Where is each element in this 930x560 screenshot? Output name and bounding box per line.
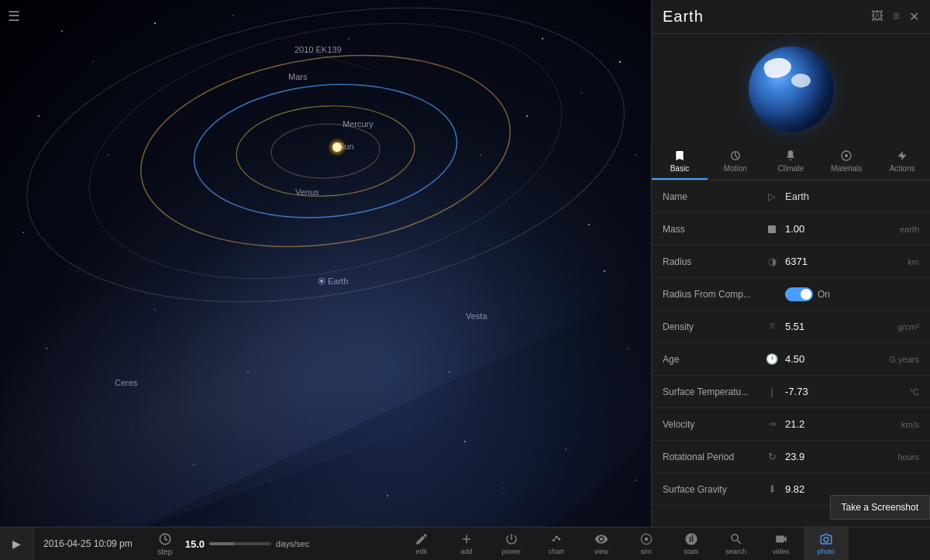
svg-point-7 xyxy=(580,92,581,93)
svg-point-31 xyxy=(154,309,155,310)
prop-surface-temp: Surface Temperatu... | -7.73 °C xyxy=(652,376,930,408)
tab-basic[interactable]: Basic xyxy=(652,144,708,180)
age-icon: 🕐 xyxy=(763,353,780,365)
space-view: 2010 EK139 Mars Mercury Sun Venus Earth … xyxy=(0,0,651,527)
earth-sphere xyxy=(749,46,834,132)
svg-point-34 xyxy=(129,33,523,269)
svg-point-19 xyxy=(270,479,271,480)
time-slider[interactable] xyxy=(209,542,271,545)
label-vesta: Vesta xyxy=(466,311,487,321)
prop-name: Name ▷ Earth xyxy=(652,180,930,213)
tab-actions[interactable]: Actions xyxy=(874,144,930,180)
orbits-canvas xyxy=(0,0,651,527)
list-icon[interactable]: ≡ xyxy=(893,9,900,24)
svg-point-24 xyxy=(348,38,350,40)
svg-point-22 xyxy=(635,479,636,481)
prop-rotational-period: Rotational Period ↻ 23.9 hours xyxy=(652,441,930,473)
panel-header-icons: 🖼 ≡ ✕ xyxy=(871,9,919,24)
svg-point-40 xyxy=(332,143,342,152)
svg-point-6 xyxy=(542,38,543,40)
density-icon: ⠿ xyxy=(763,322,780,331)
tool-sim[interactable]: sim xyxy=(624,527,669,561)
svg-point-0 xyxy=(0,124,651,527)
earth-thumbnail xyxy=(652,34,930,144)
photo-icon xyxy=(819,532,833,546)
prop-velocity: Velocity ⇒ 21.2 km/s xyxy=(652,408,930,441)
tool-stats[interactable]: stats xyxy=(669,527,714,561)
svg-point-20 xyxy=(387,495,388,496)
svg-point-37 xyxy=(270,122,381,180)
tool-view[interactable]: view xyxy=(579,527,624,561)
svg-point-9 xyxy=(635,154,636,155)
svg-point-27 xyxy=(480,154,480,155)
tool-chart[interactable]: chart xyxy=(534,527,579,561)
tool-search[interactable]: search xyxy=(714,527,759,561)
svg-point-29 xyxy=(309,417,310,418)
svg-point-5 xyxy=(38,115,40,117)
properties-list: Name ▷ Earth Mass 1.00 earth Radius ◑ 63… xyxy=(652,180,930,527)
tool-power[interactable]: power xyxy=(489,527,534,561)
close-icon[interactable]: ✕ xyxy=(909,9,919,24)
svg-point-15 xyxy=(131,425,132,426)
tool-add[interactable]: add xyxy=(444,527,489,561)
svg-point-52 xyxy=(644,538,648,541)
edit-icon xyxy=(415,532,429,546)
svg-point-30 xyxy=(247,371,249,373)
svg-rect-47 xyxy=(768,225,776,233)
svg-point-3 xyxy=(154,22,156,24)
mass-icon xyxy=(763,224,780,235)
svg-point-21 xyxy=(503,487,504,488)
svg-point-32 xyxy=(588,224,590,225)
svg-point-35 xyxy=(188,74,463,228)
svg-point-16 xyxy=(464,441,466,442)
svg-point-46 xyxy=(845,154,848,157)
prop-radius-comp: Radius From Comp... On xyxy=(652,278,930,311)
svg-point-17 xyxy=(565,448,566,449)
time-controls: step 15.0 days/sec xyxy=(142,532,318,556)
radius-comp-toggle[interactable] xyxy=(785,287,813,301)
image-icon[interactable]: 🖼 xyxy=(871,9,884,24)
tool-video[interactable]: video xyxy=(759,527,804,561)
svg-point-26 xyxy=(526,115,528,117)
panel-title: Earth xyxy=(663,8,704,26)
svg-point-2 xyxy=(92,61,93,62)
radius-icon: ◑ xyxy=(763,256,780,267)
panel-header: Earth 🖼 ≡ ✕ xyxy=(652,0,930,34)
name-icon: ▷ xyxy=(763,191,780,202)
svg-point-10 xyxy=(22,232,24,233)
tab-motion[interactable]: Motion xyxy=(708,144,763,180)
prop-age: Age 🕐 4.50 G years xyxy=(652,343,930,376)
label-earth-orbit: Earth xyxy=(328,277,348,286)
svg-point-12 xyxy=(604,270,605,272)
tab-climate[interactable]: Climate xyxy=(763,144,819,180)
toolbar-tools: edit add power chart view sim st xyxy=(317,527,930,561)
svg-point-25 xyxy=(433,22,434,23)
sim-icon xyxy=(639,532,653,546)
tab-bar: Basic Motion Climate Materials Actions xyxy=(652,144,930,180)
gravity-icon: ⬇ xyxy=(763,483,780,495)
tab-materials[interactable]: Materials xyxy=(818,144,874,180)
power-icon xyxy=(505,532,518,546)
stats-icon xyxy=(684,532,698,546)
label-ceres: Ceres xyxy=(115,378,137,387)
step-tool: step xyxy=(150,532,181,556)
prop-mass: Mass 1.00 earth xyxy=(652,213,930,246)
svg-point-13 xyxy=(627,348,628,349)
video-icon xyxy=(774,532,788,546)
svg-line-43 xyxy=(302,50,372,70)
prop-radius: Radius ◑ 6371 km xyxy=(652,246,930,278)
tool-edit[interactable]: edit xyxy=(399,527,444,561)
tool-photo[interactable]: photo xyxy=(804,527,849,561)
step-icon xyxy=(158,532,172,546)
svg-point-23 xyxy=(108,154,108,155)
bottom-toolbar: ▶ 2016-04-25 10:09 pm step 15.0 days/sec… xyxy=(0,527,930,560)
menu-icon[interactable]: ☰ xyxy=(8,8,20,25)
rotation-icon: ↻ xyxy=(763,451,780,462)
view-icon xyxy=(594,532,608,546)
svg-point-41 xyxy=(319,278,325,284)
right-panel: Earth 🖼 ≡ ✕ Basic Motion Climate Materia… xyxy=(651,0,930,527)
play-button[interactable]: ▶ xyxy=(0,527,34,561)
svg-point-28 xyxy=(449,371,450,373)
screenshot-tooltip: Take a Screenshot xyxy=(830,495,930,520)
temp-icon: | xyxy=(763,386,780,397)
